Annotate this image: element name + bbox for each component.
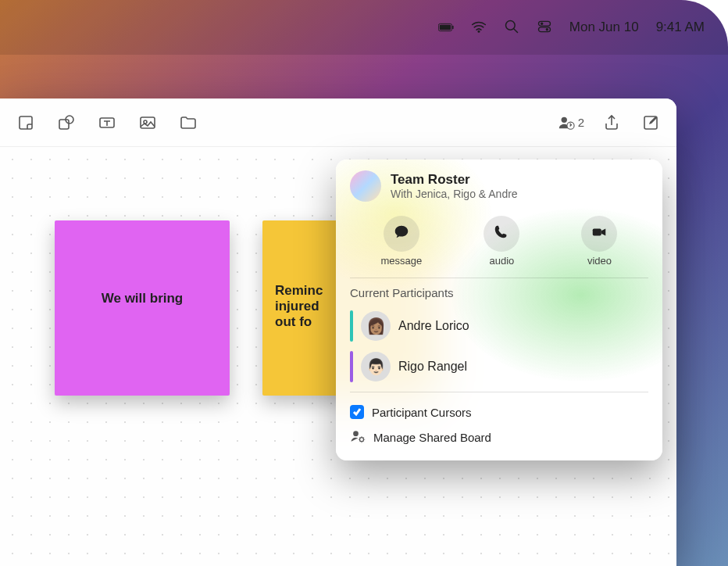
svg-rect-5 [538, 21, 550, 26]
share-button[interactable] [600, 113, 623, 133]
sticky-note-purple[interactable]: We will bring [55, 220, 230, 396]
svg-line-4 [514, 28, 518, 32]
participant-row[interactable]: 👩🏽 Andre Lorico [350, 306, 648, 346]
audio-action[interactable]: audio [484, 216, 519, 267]
media-tool-button[interactable] [136, 113, 159, 133]
participant-cursors-toggle[interactable]: Participant Cursors [350, 400, 648, 424]
video-action[interactable]: video [581, 216, 617, 267]
participant-row[interactable]: 👨🏻 Rigo Rangel [350, 346, 648, 387]
collaborator-count: 2 [578, 116, 584, 129]
new-board-button[interactable] [639, 113, 662, 133]
menu-time[interactable]: 9:41 AM [656, 20, 705, 35]
svg-point-15 [561, 116, 566, 122]
svg-rect-7 [538, 27, 550, 31]
collaboration-popover: Team Roster With Jenica, Rigo & Andre me… [336, 159, 662, 460]
svg-point-8 [545, 28, 548, 30]
wifi-icon[interactable] [471, 19, 487, 37]
svg-rect-1 [440, 25, 451, 30]
svg-point-20 [360, 438, 364, 442]
svg-point-6 [541, 22, 543, 24]
message-label: message [381, 255, 423, 267]
sticky-note-text: We will bring [102, 291, 184, 306]
spotlight-search-icon[interactable] [504, 19, 519, 37]
participant-cursors-label: Participant Cursors [372, 406, 472, 419]
svg-rect-9 [20, 116, 32, 129]
svg-rect-10 [59, 120, 69, 129]
battery-icon[interactable] [438, 20, 454, 35]
svg-rect-18 [593, 228, 601, 235]
manage-shared-board-button[interactable]: Manage Shared Board [350, 424, 648, 451]
collaborate-button[interactable]: 2 [558, 114, 584, 131]
manage-shared-board-label: Manage Shared Board [373, 431, 491, 444]
popover-subtitle: With Jenica, Rigo & Andre [391, 188, 518, 200]
shapes-tool-button[interactable] [55, 113, 78, 133]
message-icon [393, 224, 410, 244]
participant-name: Andre Lorico [398, 319, 469, 333]
group-avatar [350, 170, 381, 202]
menu-bar: Mon Jun 10 9:41 AM [0, 0, 728, 55]
svg-point-19 [353, 431, 359, 436]
participants-heading: Current Participants [350, 286, 648, 299]
people-gear-icon [350, 428, 366, 446]
svg-rect-2 [452, 26, 453, 29]
text-tool-button[interactable] [95, 113, 119, 133]
participant-name: Rigo Rangel [398, 360, 467, 374]
menu-date[interactable]: Mon Jun 10 [569, 20, 639, 35]
audio-label: audio [484, 255, 519, 267]
participant-color-bar [350, 351, 353, 382]
sticky-note-tool-button[interactable] [14, 113, 37, 133]
desktop-background: Mon Jun 10 9:41 AM [0, 0, 728, 566]
participant-color-bar [350, 310, 353, 342]
video-label: video [581, 255, 617, 267]
control-center-icon[interactable] [537, 19, 552, 37]
message-action[interactable]: message [381, 216, 423, 267]
toolbar: 2 [0, 99, 676, 147]
popover-title: Team Roster [391, 172, 518, 188]
phone-icon [493, 224, 510, 244]
files-tool-button[interactable] [177, 113, 200, 133]
participant-avatar: 👨🏻 [361, 352, 391, 382]
video-icon [591, 224, 608, 244]
participant-avatar: 👩🏽 [361, 311, 391, 341]
checkbox-checked-icon [350, 405, 364, 419]
